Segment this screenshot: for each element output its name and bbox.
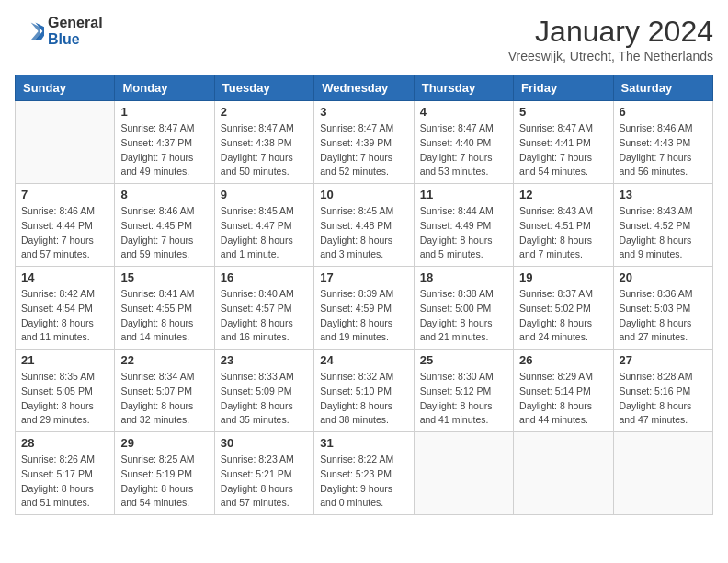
day-number: 16 [221, 270, 308, 284]
day-number: 7 [21, 188, 108, 201]
day-info: Sunrise: 8:32 AMSunset: 5:10 PMDaylight:… [320, 370, 407, 428]
day-number: 5 [519, 105, 607, 119]
day-info: Sunrise: 8:34 AMSunset: 5:07 PMDaylight:… [120, 370, 208, 428]
day-info: Sunrise: 8:46 AMSunset: 4:45 PMDaylight:… [120, 204, 208, 262]
day-number: 29 [120, 436, 208, 450]
logo-general: General [48, 15, 103, 31]
calendar-cell: 20Sunrise: 8:36 AMSunset: 5:03 PMDayligh… [613, 267, 712, 350]
day-number: 9 [221, 188, 308, 201]
day-header-monday: Monday [115, 75, 214, 101]
day-number: 12 [519, 188, 607, 201]
logo: General Blue [15, 15, 103, 47]
day-info: Sunrise: 8:37 AMSunset: 5:02 PMDaylight:… [519, 287, 607, 345]
calendar-cell: 23Sunrise: 8:33 AMSunset: 5:09 PMDayligh… [214, 350, 313, 432]
calendar-cell: 17Sunrise: 8:39 AMSunset: 4:59 PMDayligh… [314, 267, 414, 350]
day-number: 28 [21, 436, 108, 450]
day-number: 31 [320, 436, 407, 450]
day-info: Sunrise: 8:44 AMSunset: 4:49 PMDaylight:… [420, 204, 507, 262]
day-info: Sunrise: 8:38 AMSunset: 5:00 PMDaylight:… [420, 287, 507, 345]
calendar-cell: 29Sunrise: 8:25 AMSunset: 5:19 PMDayligh… [115, 432, 214, 515]
calendar-cell: 1Sunrise: 8:47 AMSunset: 4:37 PMDaylight… [115, 101, 214, 184]
logo-text: General Blue [48, 15, 103, 47]
logo-icon [15, 17, 44, 46]
day-header-wednesday: Wednesday [314, 75, 414, 101]
calendar-cell: 10Sunrise: 8:45 AMSunset: 4:48 PMDayligh… [314, 184, 414, 267]
day-info: Sunrise: 8:46 AMSunset: 4:43 PMDaylight:… [620, 121, 707, 179]
calendar-cell: 5Sunrise: 8:47 AMSunset: 4:41 PMDaylight… [514, 101, 613, 184]
day-number: 10 [320, 188, 407, 201]
day-header-friday: Friday [514, 75, 613, 101]
day-number: 6 [620, 105, 707, 119]
calendar-cell: 24Sunrise: 8:32 AMSunset: 5:10 PMDayligh… [314, 350, 414, 432]
day-info: Sunrise: 8:33 AMSunset: 5:09 PMDaylight:… [221, 370, 308, 428]
month-title: January 2024 [508, 15, 713, 49]
day-info: Sunrise: 8:45 AMSunset: 4:47 PMDaylight:… [221, 204, 308, 262]
day-number: 25 [420, 353, 507, 367]
calendar-header-row: SundayMondayTuesdayWednesdayThursdayFrid… [16, 75, 713, 101]
day-info: Sunrise: 8:47 AMSunset: 4:40 PMDaylight:… [420, 121, 507, 179]
calendar-cell: 15Sunrise: 8:41 AMSunset: 4:55 PMDayligh… [115, 267, 214, 350]
day-info: Sunrise: 8:43 AMSunset: 4:52 PMDaylight:… [620, 204, 707, 262]
day-header-sunday: Sunday [16, 75, 115, 101]
calendar-cell: 28Sunrise: 8:26 AMSunset: 5:17 PMDayligh… [16, 432, 115, 515]
day-info: Sunrise: 8:42 AMSunset: 4:54 PMDaylight:… [21, 287, 108, 345]
day-info: Sunrise: 8:30 AMSunset: 5:12 PMDaylight:… [420, 370, 507, 428]
day-number: 4 [420, 105, 507, 119]
day-number: 8 [120, 188, 208, 201]
day-number: 21 [21, 353, 108, 367]
day-number: 15 [120, 270, 208, 284]
day-number: 1 [120, 105, 208, 119]
day-number: 17 [320, 270, 407, 284]
day-info: Sunrise: 8:47 AMSunset: 4:38 PMDaylight:… [221, 121, 308, 179]
day-info: Sunrise: 8:47 AMSunset: 4:39 PMDaylight:… [320, 121, 407, 179]
calendar-cell: 2Sunrise: 8:47 AMSunset: 4:38 PMDaylight… [214, 101, 313, 184]
calendar-cell: 21Sunrise: 8:35 AMSunset: 5:05 PMDayligh… [16, 350, 115, 432]
day-number: 26 [519, 353, 607, 367]
day-number: 23 [221, 353, 308, 367]
day-number: 14 [21, 270, 108, 284]
calendar-cell: 3Sunrise: 8:47 AMSunset: 4:39 PMDaylight… [314, 101, 414, 184]
logo-blue: Blue [48, 31, 103, 48]
day-number: 24 [320, 353, 407, 367]
day-info: Sunrise: 8:41 AMSunset: 4:55 PMDaylight:… [120, 287, 208, 345]
day-number: 19 [519, 270, 607, 284]
calendar-cell: 18Sunrise: 8:38 AMSunset: 5:00 PMDayligh… [414, 267, 513, 350]
day-number: 22 [120, 353, 208, 367]
day-info: Sunrise: 8:43 AMSunset: 4:51 PMDaylight:… [519, 204, 607, 262]
calendar-cell: 14Sunrise: 8:42 AMSunset: 4:54 PMDayligh… [16, 267, 115, 350]
calendar-cell: 11Sunrise: 8:44 AMSunset: 4:49 PMDayligh… [414, 184, 513, 267]
calendar-cell: 26Sunrise: 8:29 AMSunset: 5:14 PMDayligh… [514, 350, 613, 432]
day-number: 27 [620, 353, 707, 367]
calendar-cell: 16Sunrise: 8:40 AMSunset: 4:57 PMDayligh… [214, 267, 313, 350]
week-row-2: 7Sunrise: 8:46 AMSunset: 4:44 PMDaylight… [16, 184, 713, 267]
day-number: 20 [620, 270, 707, 284]
title-section: January 2024 Vreeswijk, Utrecht, The Net… [508, 15, 713, 63]
calendar-cell: 27Sunrise: 8:28 AMSunset: 5:16 PMDayligh… [613, 350, 712, 432]
day-number: 13 [620, 188, 707, 201]
calendar-cell: 7Sunrise: 8:46 AMSunset: 4:44 PMDaylight… [16, 184, 115, 267]
calendar-cell [414, 432, 513, 515]
week-row-3: 14Sunrise: 8:42 AMSunset: 4:54 PMDayligh… [16, 267, 713, 350]
day-header-tuesday: Tuesday [214, 75, 313, 101]
day-number: 30 [221, 436, 308, 450]
day-number: 2 [221, 105, 308, 119]
day-number: 18 [420, 270, 507, 284]
week-row-1: 1Sunrise: 8:47 AMSunset: 4:37 PMDaylight… [16, 101, 713, 184]
week-row-4: 21Sunrise: 8:35 AMSunset: 5:05 PMDayligh… [16, 350, 713, 432]
location: Vreeswijk, Utrecht, The Netherlands [508, 49, 713, 63]
day-info: Sunrise: 8:23 AMSunset: 5:21 PMDaylight:… [221, 453, 308, 511]
calendar-cell: 12Sunrise: 8:43 AMSunset: 4:51 PMDayligh… [514, 184, 613, 267]
day-info: Sunrise: 8:45 AMSunset: 4:48 PMDaylight:… [320, 204, 407, 262]
day-info: Sunrise: 8:26 AMSunset: 5:17 PMDaylight:… [21, 453, 108, 511]
day-info: Sunrise: 8:29 AMSunset: 5:14 PMDaylight:… [519, 370, 607, 428]
calendar: SundayMondayTuesdayWednesdayThursdayFrid… [15, 75, 713, 515]
page-header: General Blue January 2024 Vreeswijk, Utr… [15, 15, 713, 63]
calendar-cell: 22Sunrise: 8:34 AMSunset: 5:07 PMDayligh… [115, 350, 214, 432]
day-header-saturday: Saturday [613, 75, 712, 101]
calendar-cell: 30Sunrise: 8:23 AMSunset: 5:21 PMDayligh… [214, 432, 313, 515]
calendar-cell: 9Sunrise: 8:45 AMSunset: 4:47 PMDaylight… [214, 184, 313, 267]
calendar-cell [16, 101, 115, 184]
day-info: Sunrise: 8:47 AMSunset: 4:37 PMDaylight:… [120, 121, 208, 179]
calendar-cell: 25Sunrise: 8:30 AMSunset: 5:12 PMDayligh… [414, 350, 513, 432]
day-info: Sunrise: 8:25 AMSunset: 5:19 PMDaylight:… [120, 453, 208, 511]
